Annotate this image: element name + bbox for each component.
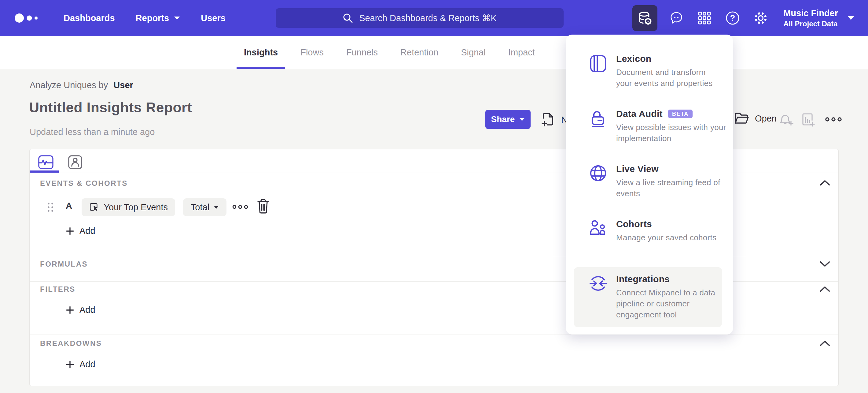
subtitle-prefix: Analyze Uniques by: [30, 80, 108, 90]
plus-icon: [66, 227, 74, 235]
help-button[interactable]: ?: [722, 5, 744, 31]
menu-item-lexicon[interactable]: Lexicon Document and transform your even…: [589, 54, 727, 89]
support-chat-button[interactable]: [665, 5, 687, 31]
apps-grid-button[interactable]: [693, 5, 715, 31]
event-more-options-button[interactable]: [232, 204, 248, 210]
nav-reports[interactable]: Reports: [136, 13, 180, 23]
trash-icon: [256, 198, 270, 214]
apps-grid-icon: [698, 11, 711, 25]
drag-handle[interactable]: [47, 202, 55, 213]
series-letter: A: [66, 201, 72, 211]
lexicon-book-icon: [589, 54, 607, 89]
beta-badge: BETA: [668, 110, 692, 118]
tab-insights[interactable]: Insights: [242, 36, 280, 69]
chevron-down-icon: [174, 16, 180, 20]
support-chat-icon: [669, 11, 683, 25]
page-title: Untitled Insights Report: [29, 99, 192, 116]
event-selector-button[interactable]: Your Top Events: [82, 198, 175, 216]
chart-plus-icon: [801, 112, 815, 127]
svg-text:?: ?: [730, 13, 735, 23]
data-audit-lock-icon: [589, 109, 607, 144]
menu-item-cohorts[interactable]: Cohorts Manage your saved cohorts: [589, 219, 727, 243]
filters-collapse-chevron-up-icon[interactable]: [819, 286, 830, 292]
search-placeholder: Search Dashboards & Reports ⌘K: [359, 13, 497, 23]
nav-dashboards[interactable]: Dashboards: [64, 13, 115, 23]
breakdowns-collapse-chevron-up-icon[interactable]: [819, 340, 830, 346]
analysis-entity-selector[interactable]: User: [114, 80, 133, 90]
add-event-button[interactable]: Add: [66, 226, 95, 236]
add-filter-button[interactable]: Add: [66, 305, 95, 315]
metric-dropdown[interactable]: Total: [183, 198, 226, 216]
chevron-down-icon: [519, 118, 525, 121]
ellipsis-icon: [825, 116, 842, 122]
bell-plus-icon: [778, 113, 794, 127]
data-management-icon: [638, 11, 652, 25]
view-tab-insights-chart[interactable]: [36, 153, 55, 171]
settings-button[interactable]: [750, 5, 772, 31]
events-collapse-chevron-up-icon[interactable]: [819, 179, 830, 186]
ellipsis-icon: [232, 204, 248, 210]
menu-item-live-view[interactable]: Live View View a live streaming feed of …: [589, 164, 727, 199]
tab-signal[interactable]: Signal: [459, 36, 488, 69]
analysis-subtitle: Analyze Uniques by User: [30, 80, 133, 90]
updated-timestamp: Updated less than a minute ago: [30, 127, 155, 137]
cohorts-people-icon: [589, 220, 607, 243]
project-name: Music Finder: [783, 8, 838, 18]
share-button[interactable]: Share: [485, 110, 531, 129]
top-navbar: Dashboards Reports Users Search Dashboar…: [0, 0, 868, 36]
add-chart-button[interactable]: [801, 112, 815, 127]
alert-bell-plus-button[interactable]: [778, 113, 794, 127]
search-icon: [343, 13, 353, 23]
global-search-input[interactable]: Search Dashboards & Reports ⌘K: [276, 8, 564, 28]
menu-item-data-audit[interactable]: Data Audit BETA View possible issues wit…: [589, 109, 727, 144]
open-report-button[interactable]: Open: [734, 112, 777, 125]
tab-flows[interactable]: Flows: [298, 36, 326, 69]
live-view-globe-icon: [589, 164, 607, 199]
active-view-tab-underline: [30, 170, 59, 173]
section-label-formulas: FORMULAS: [40, 260, 88, 269]
nav-users[interactable]: Users: [201, 13, 225, 23]
project-chevron-down-icon[interactable]: [847, 16, 855, 20]
event-click-icon: [89, 201, 99, 213]
document-plus-icon: [541, 112, 555, 127]
integrations-sync-icon: [589, 275, 607, 320]
menu-item-integrations[interactable]: Integrations Connect Mixpanel to a data …: [589, 274, 727, 320]
tab-impact[interactable]: Impact: [506, 36, 537, 69]
project-scope: All Project Data: [783, 20, 838, 28]
data-management-menu: Lexicon Document and transform your even…: [566, 35, 733, 335]
data-management-button[interactable]: [632, 5, 657, 31]
project-selector[interactable]: Music Finder All Project Data: [783, 8, 838, 28]
section-label-filters: FILTERS: [40, 285, 75, 293]
folder-open-icon: [734, 112, 749, 125]
more-actions-button[interactable]: [825, 116, 842, 122]
delete-event-button[interactable]: [256, 198, 270, 214]
view-tab-profiles[interactable]: [66, 153, 85, 171]
mixpanel-logo-icon[interactable]: [14, 11, 41, 25]
settings-gear-icon: [753, 11, 768, 25]
formulas-expand-chevron-down-icon[interactable]: [819, 260, 830, 267]
add-breakdown-button[interactable]: Add: [66, 359, 95, 369]
section-label-breakdowns: BREAKDOWNS: [40, 339, 102, 348]
plus-icon: [66, 360, 74, 369]
report-tabs-bar: Insights Flows Funnels Retention Signal …: [0, 36, 868, 69]
insights-chart-tab-icon: [38, 155, 54, 170]
plus-icon: [66, 306, 74, 314]
help-icon: ?: [725, 11, 740, 25]
chevron-down-icon: [214, 206, 219, 209]
profile-tab-icon: [68, 155, 83, 170]
tab-retention[interactable]: Retention: [398, 36, 441, 69]
section-label-events: EVENTS & COHORTS: [40, 179, 128, 188]
tab-funnels[interactable]: Funnels: [344, 36, 380, 69]
